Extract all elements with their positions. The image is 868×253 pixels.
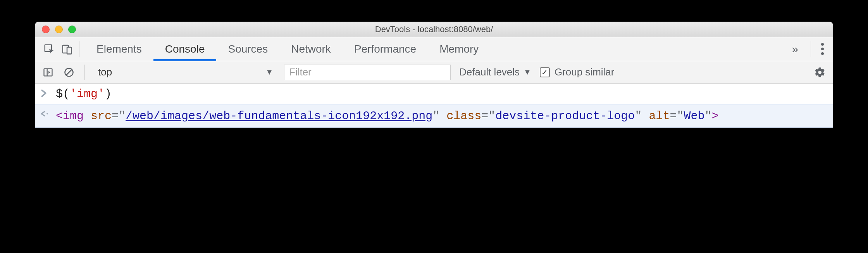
panel-tabs: ElementsConsoleSourcesNetworkPerformance… xyxy=(35,37,833,61)
devtools-window: DevTools - localhost:8080/web/ ElementsC… xyxy=(35,22,833,128)
group-similar-label: Group similar xyxy=(555,66,615,78)
html-quote: " xyxy=(635,109,642,123)
titlebar: DevTools - localhost:8080/web/ xyxy=(35,22,833,37)
filter-input[interactable] xyxy=(284,65,451,80)
console-input-row[interactable]: $('img') xyxy=(35,84,833,104)
svg-rect-2 xyxy=(67,47,71,54)
window-title: DevTools - localhost:8080/web/ xyxy=(35,24,833,34)
html-quote: " xyxy=(119,109,126,123)
prompt-icon xyxy=(40,87,56,97)
html-attr-name: class xyxy=(446,109,481,123)
inspect-element-icon[interactable] xyxy=(40,37,58,61)
result-icon xyxy=(40,108,56,118)
close-window-button[interactable] xyxy=(42,26,50,33)
html-bracket: < xyxy=(56,109,63,123)
tab-console[interactable]: Console xyxy=(153,37,217,61)
svg-point-7 xyxy=(46,113,48,115)
chevron-down-icon: ▼ xyxy=(524,68,531,77)
console-result-row[interactable]: <img src="/web/images/web-fundamentals-i… xyxy=(35,104,833,128)
html-attr-value: Web xyxy=(684,109,704,123)
html-attr-value: devsite-product-logo xyxy=(495,109,635,123)
separator xyxy=(79,41,79,57)
html-attr-name: src xyxy=(91,109,112,123)
console-result-code: <img src="/web/images/web-fundamentals-i… xyxy=(56,108,727,124)
html-quote: " xyxy=(432,109,439,123)
console-toolbar: top ▼ Default levels ▼ ✓ Group similar xyxy=(35,61,833,84)
code-string: 'img' xyxy=(70,87,105,101)
html-eq: = xyxy=(481,109,488,123)
tab-performance[interactable]: Performance xyxy=(343,37,428,61)
minimize-window-button[interactable] xyxy=(55,26,63,33)
code-fn: $ xyxy=(56,87,63,101)
svg-line-6 xyxy=(66,70,72,75)
html-attr-value-link[interactable]: /web/images/web-fundamentals-icon192x192… xyxy=(126,109,432,123)
console-settings-icon[interactable] xyxy=(812,67,828,78)
context-label: top xyxy=(98,66,112,78)
separator xyxy=(84,65,85,80)
tab-memory[interactable]: Memory xyxy=(428,37,490,61)
log-levels-select[interactable]: Default levels ▼ xyxy=(456,66,534,78)
html-quote: " xyxy=(488,109,495,123)
checkbox-icon: ✓ xyxy=(540,67,550,77)
html-bracket: > xyxy=(711,109,718,123)
html-eq: = xyxy=(112,109,119,123)
clear-console-icon[interactable] xyxy=(61,67,77,78)
console-input-code: $('img') xyxy=(56,87,112,101)
tab-sources[interactable]: Sources xyxy=(216,37,279,61)
code-paren: ( xyxy=(63,87,70,101)
levels-label: Default levels xyxy=(459,66,520,78)
more-tabs-icon[interactable]: » xyxy=(785,43,804,56)
zoom-window-button[interactable] xyxy=(68,26,76,33)
tab-elements[interactable]: Elements xyxy=(85,37,153,61)
toggle-sidebar-icon[interactable] xyxy=(40,67,56,78)
settings-menu-icon[interactable] xyxy=(817,43,828,55)
html-quote: " xyxy=(704,109,711,123)
tab-network[interactable]: Network xyxy=(279,37,343,61)
device-toolbar-icon[interactable] xyxy=(58,37,76,61)
svg-rect-3 xyxy=(44,68,52,76)
html-quote: " xyxy=(677,109,684,123)
code-paren: ) xyxy=(105,87,112,101)
execution-context-select[interactable]: top ▼ xyxy=(93,65,279,80)
console-output: $('img') <img src="/web/images/web-funda… xyxy=(35,84,833,128)
html-tag: img xyxy=(63,109,84,123)
window-controls xyxy=(35,26,76,33)
chevron-down-icon: ▼ xyxy=(265,68,273,77)
html-eq: = xyxy=(670,109,677,123)
group-similar-toggle[interactable]: ✓ Group similar xyxy=(540,66,615,78)
html-attr-name: alt xyxy=(649,109,670,123)
separator xyxy=(811,41,811,57)
